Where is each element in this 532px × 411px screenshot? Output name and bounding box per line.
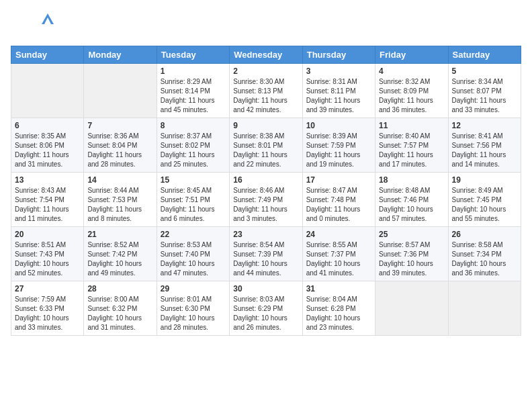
sunrise-label: Sunrise: 8:40 AM	[379, 132, 430, 140]
calendar-cell	[375, 281, 448, 336]
daylight-label: Daylight: 11 hours and 45 minutes.	[161, 97, 215, 113]
sunset-label: Sunset: 7:53 PM	[87, 196, 137, 203]
sunset-label: Sunset: 7:36 PM	[379, 250, 429, 258]
sunset-label: Sunset: 8:13 PM	[233, 87, 283, 95]
sunrise-label: Sunrise: 8:47 AM	[306, 187, 357, 194]
day-number: 10	[306, 121, 371, 130]
weekday-header-friday: Friday	[375, 46, 448, 64]
cell-content: Sunrise: 8:04 AM Sunset: 6:28 PM Dayligh…	[306, 295, 371, 332]
cell-content: Sunrise: 8:32 AM Sunset: 8:09 PM Dayligh…	[379, 77, 444, 115]
calendar-cell: 24 Sunrise: 8:55 AM Sunset: 7:37 PM Dayl…	[302, 227, 375, 281]
calendar-cell: 26 Sunrise: 8:58 AM Sunset: 7:34 PM Dayl…	[448, 227, 521, 281]
sunset-label: Sunset: 8:02 PM	[161, 142, 210, 149]
cell-content: Sunrise: 8:51 AM Sunset: 7:43 PM Dayligh…	[15, 240, 80, 278]
cell-content: Sunrise: 7:59 AM Sunset: 6:33 PM Dayligh…	[15, 295, 80, 332]
cell-content: Sunrise: 8:00 AM Sunset: 6:32 PM Dayligh…	[87, 295, 152, 332]
calendar-cell: 16 Sunrise: 8:46 AM Sunset: 7:49 PM Dayl…	[230, 173, 302, 227]
daylight-label: Daylight: 10 hours and 44 minutes.	[233, 260, 287, 277]
calendar-cell: 8 Sunrise: 8:37 AM Sunset: 8:02 PM Dayli…	[157, 118, 229, 173]
calendar-cell: 22 Sunrise: 8:53 AM Sunset: 7:40 PM Dayl…	[157, 227, 229, 281]
calendar-cell: 4 Sunrise: 8:32 AM Sunset: 8:09 PM Dayli…	[375, 64, 448, 118]
logo-icon	[42, 13, 54, 24]
day-number: 8	[161, 121, 226, 130]
day-number: 29	[161, 284, 226, 293]
calendar-cell: 31 Sunrise: 8:04 AM Sunset: 6:28 PM Dayl…	[302, 281, 375, 336]
calendar-table: SundayMondayTuesdayWednesdayThursdayFrid…	[11, 46, 521, 336]
day-number: 28	[87, 284, 152, 293]
calendar-cell: 17 Sunrise: 8:47 AM Sunset: 7:48 PM Dayl…	[302, 173, 375, 227]
calendar-cell: 27 Sunrise: 7:59 AM Sunset: 6:33 PM Dayl…	[11, 281, 84, 336]
daylight-label: Daylight: 11 hours and 14 minutes.	[452, 151, 506, 168]
sunset-label: Sunset: 7:43 PM	[15, 250, 64, 258]
daylight-label: Daylight: 10 hours and 26 minutes.	[233, 314, 287, 331]
sunset-label: Sunset: 8:01 PM	[233, 142, 283, 149]
daylight-label: Daylight: 10 hours and 36 minutes.	[452, 260, 506, 277]
sunrise-label: Sunrise: 8:49 AM	[452, 187, 503, 194]
sunrise-label: Sunrise: 8:39 AM	[306, 132, 357, 140]
daylight-label: Daylight: 10 hours and 33 minutes.	[15, 314, 69, 331]
sunrise-label: Sunrise: 8:57 AM	[379, 241, 430, 248]
weekday-header-tuesday: Tuesday	[157, 46, 229, 64]
daylight-label: Daylight: 11 hours and 33 minutes.	[452, 97, 506, 113]
calendar-cell: 18 Sunrise: 8:48 AM Sunset: 7:46 PM Dayl…	[375, 173, 448, 227]
daylight-label: Daylight: 11 hours and 28 minutes.	[87, 151, 142, 168]
day-number: 18	[379, 175, 444, 185]
sunrise-label: Sunrise: 8:03 AM	[233, 295, 284, 303]
sunset-label: Sunset: 7:54 PM	[15, 196, 64, 203]
calendar-cell: 20 Sunrise: 8:51 AM Sunset: 7:43 PM Dayl…	[11, 227, 84, 281]
sunset-label: Sunset: 7:49 PM	[233, 196, 283, 203]
calendar-cell: 6 Sunrise: 8:35 AM Sunset: 8:06 PM Dayli…	[11, 118, 84, 173]
cell-content: Sunrise: 8:46 AM Sunset: 7:49 PM Dayligh…	[233, 186, 298, 224]
day-number: 9	[233, 121, 298, 130]
week-row-4: 20 Sunrise: 8:51 AM Sunset: 7:43 PM Dayl…	[11, 227, 521, 281]
calendar-cell	[448, 281, 521, 336]
day-number: 4	[379, 66, 444, 76]
daylight-label: Daylight: 11 hours and 11 minutes.	[15, 205, 69, 222]
day-number: 11	[379, 121, 444, 130]
daylight-label: Daylight: 10 hours and 49 minutes.	[87, 260, 142, 277]
day-number: 12	[452, 121, 517, 130]
day-number: 1	[161, 66, 226, 76]
sunset-label: Sunset: 7:39 PM	[233, 250, 283, 258]
calendar-cell: 25 Sunrise: 8:57 AM Sunset: 7:36 PM Dayl…	[375, 227, 448, 281]
calendar-cell: 21 Sunrise: 8:52 AM Sunset: 7:42 PM Dayl…	[84, 227, 157, 281]
sunrise-label: Sunrise: 8:55 AM	[306, 241, 357, 248]
cell-content: Sunrise: 8:57 AM Sunset: 7:36 PM Dayligh…	[379, 240, 444, 278]
daylight-label: Daylight: 11 hours and 22 minutes.	[233, 151, 287, 168]
sunrise-label: Sunrise: 8:36 AM	[87, 132, 138, 140]
day-number: 25	[379, 230, 444, 239]
sunset-label: Sunset: 8:14 PM	[161, 87, 210, 95]
calendar-cell: 30 Sunrise: 8:03 AM Sunset: 6:29 PM Dayl…	[230, 281, 302, 336]
cell-content: Sunrise: 8:38 AM Sunset: 8:01 PM Dayligh…	[233, 132, 298, 169]
calendar-cell: 5 Sunrise: 8:34 AM Sunset: 8:07 PM Dayli…	[448, 64, 521, 118]
sunrise-label: Sunrise: 8:35 AM	[15, 132, 66, 140]
cell-content: Sunrise: 8:41 AM Sunset: 7:56 PM Dayligh…	[452, 132, 517, 169]
sunset-label: Sunset: 7:42 PM	[87, 250, 137, 258]
cell-content: Sunrise: 8:37 AM Sunset: 8:02 PM Dayligh…	[161, 132, 226, 169]
sunrise-label: Sunrise: 8:44 AM	[87, 187, 138, 194]
week-row-1: 1 Sunrise: 8:29 AM Sunset: 8:14 PM Dayli…	[11, 64, 521, 118]
calendar-cell	[84, 64, 157, 118]
weekday-header-sunday: Sunday	[11, 46, 84, 64]
sunrise-label: Sunrise: 8:52 AM	[87, 241, 138, 248]
daylight-label: Daylight: 10 hours and 52 minutes.	[15, 260, 69, 277]
day-number: 31	[306, 284, 371, 293]
sunrise-label: Sunrise: 8:46 AM	[233, 187, 284, 194]
cell-content: Sunrise: 8:30 AM Sunset: 8:13 PM Dayligh…	[233, 77, 298, 115]
day-number: 23	[233, 230, 298, 239]
cell-content: Sunrise: 8:29 AM Sunset: 8:14 PM Dayligh…	[161, 77, 226, 115]
daylight-label: Daylight: 11 hours and 42 minutes.	[233, 97, 287, 113]
sunrise-label: Sunrise: 8:38 AM	[233, 132, 284, 140]
sunrise-label: Sunrise: 8:32 AM	[379, 78, 430, 85]
calendar-cell: 1 Sunrise: 8:29 AM Sunset: 8:14 PM Dayli…	[157, 64, 229, 118]
daylight-label: Daylight: 11 hours and 39 minutes.	[306, 97, 361, 113]
sunset-label: Sunset: 7:59 PM	[306, 142, 356, 149]
day-number: 24	[306, 230, 371, 239]
cell-content: Sunrise: 8:47 AM Sunset: 7:48 PM Dayligh…	[306, 186, 371, 224]
sunrise-label: Sunrise: 8:45 AM	[161, 187, 212, 194]
daylight-label: Daylight: 10 hours and 31 minutes.	[87, 314, 142, 331]
calendar-cell: 15 Sunrise: 8:45 AM Sunset: 7:51 PM Dayl…	[157, 173, 229, 227]
daylight-label: Daylight: 11 hours and 6 minutes.	[161, 205, 215, 222]
daylight-label: Daylight: 11 hours and 36 minutes.	[379, 97, 433, 113]
weekday-header-saturday: Saturday	[448, 46, 521, 64]
